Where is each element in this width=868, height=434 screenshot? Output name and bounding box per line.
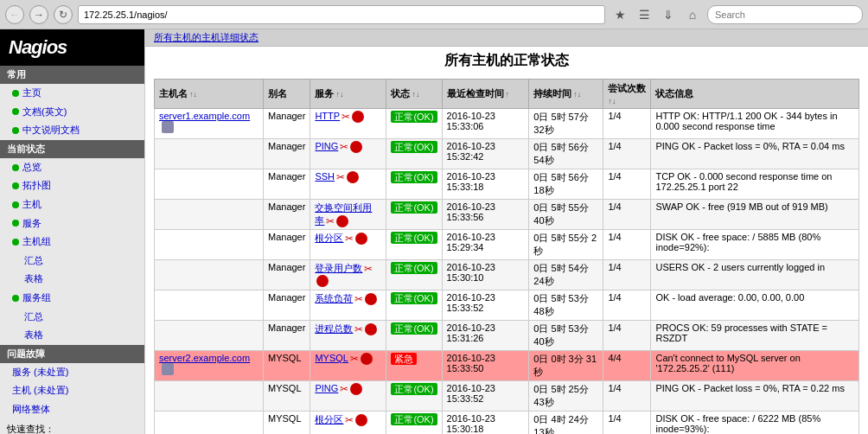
service-link[interactable]: 根分区 (315, 414, 343, 424)
sidebar-item-hostgroup-summary[interactable]: 汇总 (0, 252, 144, 271)
status-dot (12, 295, 19, 302)
time-cell: 2016-10-23 15:33:56 (442, 200, 529, 230)
col-last-check[interactable]: 最近检查时间 ↑ (442, 80, 529, 109)
page-title: 所有主机的正常状态 (154, 52, 859, 70)
sidebar-item-hosts[interactable]: 主机 (0, 195, 144, 214)
sidebar-item-servicegroup-summary[interactable]: 汇总 (0, 308, 144, 327)
service-link[interactable]: 系统负荷 (315, 293, 353, 303)
host-icon (162, 363, 174, 375)
sidebar-item-servicegroup-table[interactable]: 表格 (0, 326, 144, 345)
sidebar-item-host-problems[interactable]: 主机 (未处置) (0, 381, 144, 400)
tool-icon: ✂ (354, 323, 363, 335)
status-badge: 正常(OK) (391, 383, 437, 395)
status-cell: 正常(OK) (386, 321, 442, 351)
alias-cell: Manager (263, 260, 310, 290)
host-cell (155, 169, 264, 200)
sidebar-item-docs-en[interactable]: 文档(英文) (0, 103, 144, 122)
tool-icon: ✂ (326, 215, 335, 227)
service-link[interactable]: 登录用户数 (315, 263, 362, 273)
quick-search-label: 快速查找： (7, 423, 137, 435)
duration-cell: 0日 5时 57分 32秒 (529, 109, 603, 139)
sidebar-item-hostgroups[interactable]: 主机组 (0, 233, 144, 252)
sidebar-item-label: 主机组 (22, 234, 51, 250)
table-row: Manager系统负荷✂正常(OK)2016-10-23 15:33:520日 … (155, 290, 859, 321)
status-cell: 正常(OK) (386, 200, 442, 230)
host-detail-link[interactable]: 所有主机的主机详细状态 (154, 32, 258, 42)
host-cell (155, 412, 264, 434)
forward-button[interactable]: → (29, 5, 48, 24)
service-link[interactable]: 进程总数 (315, 323, 353, 334)
status-icon (365, 293, 377, 305)
host-cell: server1.example.com (155, 109, 264, 139)
status-dot (12, 90, 19, 97)
host-cell (155, 381, 264, 412)
service-cell: 登录用户数✂ (310, 260, 386, 290)
tool-icon: ✂ (354, 293, 363, 305)
tool-icon: ✂ (340, 141, 348, 153)
reload-button[interactable]: ↻ (54, 5, 73, 24)
host-link[interactable]: server1.example.com (159, 111, 250, 121)
status-badge: 正常(OK) (391, 322, 437, 335)
sidebar-item-servicegroups[interactable]: 服务组 (0, 289, 144, 308)
sidebar-item-hostgroup-table[interactable]: 表格 (0, 270, 144, 289)
sidebar-item-network[interactable]: 网络整体 (0, 400, 144, 419)
main-content: 所有主机的主机详细状态 所有主机的正常状态 主机名 ↑↓ 别名 服务 ↑↓ (145, 29, 868, 434)
alias-cell: Manager (263, 230, 310, 260)
col-status[interactable]: 状态 ↑↓ (386, 80, 442, 109)
section-header-common: 常用 (0, 66, 144, 84)
service-link[interactable]: 根分区 (315, 233, 343, 243)
col-duration[interactable]: 持续时间 ↑↓ (529, 80, 603, 109)
time-cell: 2016-10-23 15:32:42 (442, 139, 529, 169)
url-bar[interactable] (78, 5, 605, 24)
host-cell (155, 321, 264, 351)
download-button[interactable]: ⇓ (659, 5, 678, 24)
sidebar: Nagios 常用 主页 文档(英文) 中文说明文档 当前状态 总览 拓扑图 主… (0, 29, 145, 434)
reader-button[interactable]: ☰ (635, 5, 654, 24)
info-cell: PROCS OK: 59 processes with STATE = RSZD… (651, 321, 859, 351)
host-cell (155, 139, 264, 169)
section-header-status: 当前状态 (0, 140, 144, 158)
sidebar-item-docs-cn[interactable]: 中文说明文档 (0, 121, 144, 140)
service-link[interactable]: SSH (315, 171, 335, 182)
status-badge: 紧急 (391, 353, 417, 365)
sidebar-item-service-problems[interactable]: 服务 (未处置) (0, 363, 144, 382)
service-link[interactable]: HTTP (315, 111, 340, 121)
service-link[interactable]: PING (315, 383, 338, 393)
table-row: server2.example.comMYSQLMYSQL✂紧急2016-10-… (155, 351, 859, 381)
col-service[interactable]: 服务 ↑↓ (310, 80, 386, 109)
sidebar-item-services[interactable]: 服务 (0, 214, 144, 233)
sidebar-item-topology[interactable]: 拓扑图 (0, 176, 144, 195)
status-badge: 正常(OK) (391, 413, 437, 425)
duration-cell: 0日 5时 55分 40秒 (529, 200, 603, 230)
status-dot (12, 220, 19, 227)
sidebar-item-home[interactable]: 主页 (0, 84, 144, 103)
alias-cell: Manager (263, 290, 310, 321)
sidebar-item-overview[interactable]: 总览 (0, 158, 144, 177)
attempts-cell: 1/4 (603, 200, 651, 230)
duration-cell: 0日 5时 53分 48秒 (529, 290, 603, 321)
table-row: Manager进程总数✂正常(OK)2016-10-23 15:31:260日 … (155, 321, 859, 351)
service-link[interactable]: PING (315, 141, 338, 151)
status-dot (12, 127, 19, 134)
status-dot (12, 108, 19, 115)
home-button[interactable]: ⌂ (683, 5, 702, 24)
sidebar-item-label: 汇总 (24, 253, 43, 269)
sidebar-item-label: 文档(英文) (22, 105, 67, 120)
alias-cell: Manager (263, 200, 310, 230)
service-cell: PING✂ (310, 381, 386, 412)
host-link[interactable]: server2.example.com (159, 353, 250, 363)
sidebar-item-label: 服务 (22, 216, 41, 232)
sidebar-item-label: 总览 (22, 160, 41, 176)
col-hostname[interactable]: 主机名 ↑↓ (155, 80, 264, 109)
alias-cell: Manager (263, 109, 310, 139)
attempts-cell: 1/4 (603, 139, 651, 169)
status-badge: 正常(OK) (391, 262, 437, 274)
duration-cell: 0日 4时 24分 13秒 (529, 412, 603, 434)
time-cell: 2016-10-23 15:33:18 (442, 169, 529, 200)
duration-cell: 0日 5时 55分 2秒 (529, 230, 603, 260)
search-input[interactable] (707, 5, 863, 24)
back-button[interactable]: ← (5, 5, 24, 24)
bookmark-button[interactable]: ★ (610, 5, 629, 24)
status-cell: 正常(OK) (386, 412, 442, 434)
service-link[interactable]: MYSQL (315, 353, 348, 363)
